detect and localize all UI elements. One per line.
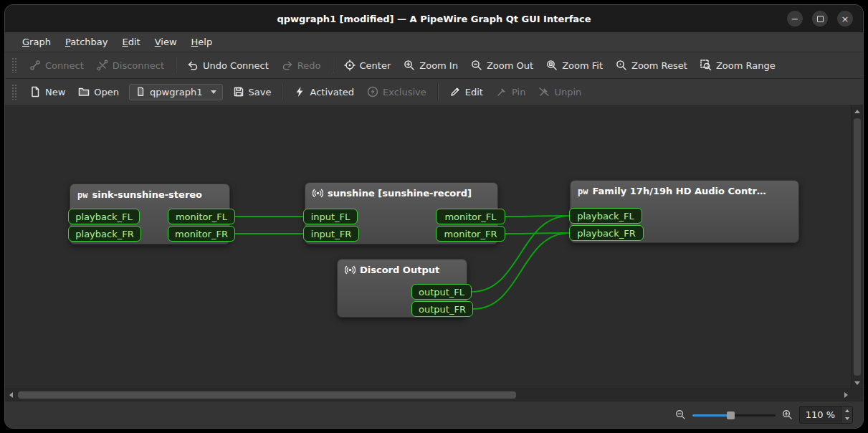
toolbar-separator <box>332 57 333 73</box>
menu-patchbay[interactable]: Patchbay <box>58 33 115 51</box>
graph-canvas[interactable]: pw sink-sunshine-stereo playback_FL play… <box>5 105 851 389</box>
toolbar-separator <box>282 84 283 100</box>
node-title: sink-sunshine-stereo <box>92 189 202 200</box>
zoom-slider[interactable] <box>692 410 776 420</box>
arrow-up-icon <box>854 110 860 113</box>
port-input-fr[interactable]: input_FR <box>303 226 359 242</box>
scroll-down-button[interactable] <box>852 377 863 389</box>
pipewire-icon: pw <box>77 190 87 200</box>
titlebar[interactable]: qpwgraph1 [modified] — A PipeWire Graph … <box>5 5 863 32</box>
patchbay-toolbar: New Open qpwgraph1 Save <box>5 79 863 105</box>
scroll-left-button[interactable] <box>5 389 16 401</box>
menubar: Graph Patchbay Edit View Help <box>5 32 863 52</box>
horizontal-scroll-thumb[interactable] <box>18 391 516 399</box>
button-label: Zoom Range <box>716 60 776 71</box>
redo-button[interactable]: Redo <box>276 56 327 75</box>
zoom-range-button[interactable]: Zoom Range <box>695 56 781 75</box>
disconnect-button[interactable]: Disconnect <box>91 56 170 75</box>
folder-open-icon <box>78 86 90 97</box>
vertical-scroll-thumb[interactable] <box>854 118 861 376</box>
port-output-fr[interactable]: output_FR <box>411 301 473 317</box>
spin-up-button[interactable] <box>841 406 852 415</box>
button-label: Center <box>360 60 391 71</box>
menu-edit[interactable]: Edit <box>115 33 148 51</box>
open-button[interactable]: Open <box>72 82 125 101</box>
patchbay-file-combobox[interactable]: qpwgraph1 <box>129 84 222 100</box>
center-icon <box>344 60 356 71</box>
arrow-right-icon <box>844 392 848 398</box>
connect-button[interactable]: Connect <box>24 56 90 75</box>
horizontal-scrollbar[interactable] <box>5 389 852 401</box>
pushpin-icon <box>496 86 507 97</box>
port-output-monitor-fr[interactable]: monitor_FR <box>436 226 505 242</box>
close-button[interactable]: × <box>837 11 853 27</box>
node-family-hd-audio-controller[interactable]: pw Family 17h/19h HD Audio Contr… playba… <box>570 180 799 243</box>
port-output-monitor-fl[interactable]: monitor_FL <box>436 209 505 224</box>
zoom-reset-button[interactable]: Zoom Reset <box>610 56 693 75</box>
toolbar-drag-handle[interactable] <box>11 84 17 100</box>
button-label: Zoom Fit <box>562 60 603 71</box>
edit-button[interactable]: Edit <box>444 82 489 101</box>
zoom-in-button[interactable]: Zoom In <box>398 56 464 75</box>
statusbar: 110 % <box>5 401 863 428</box>
arrow-down-icon <box>845 417 849 420</box>
pin-button[interactable]: Pin <box>490 82 531 101</box>
port-input-playback-fl[interactable]: playback_FL <box>569 208 642 224</box>
node-title: sunshine [sunshine-record] <box>328 188 472 199</box>
zoom-out-icon <box>471 60 482 71</box>
exclusive-button[interactable]: Exclusive <box>361 82 432 101</box>
menu-graph[interactable]: Graph <box>15 33 58 51</box>
app-window: qpwgraph1 [modified] — A PipeWire Graph … <box>4 4 864 429</box>
node-discord-output[interactable]: Discord Output output_FL output_FR <box>337 259 467 318</box>
node-sunshine-record[interactable]: sunshine [sunshine-record] input_FL inpu… <box>305 182 498 244</box>
minimize-button[interactable]: − <box>787 11 803 27</box>
vertical-scrollbar[interactable] <box>851 105 863 389</box>
node-title: Family 17h/19h HD Audio Contr… <box>592 186 766 196</box>
port-output-monitor-fr[interactable]: monitor_FR <box>168 226 235 242</box>
port-input-playback-fr[interactable]: playback_FR <box>68 226 141 242</box>
maximize-icon <box>817 16 824 22</box>
zoom-spinbox[interactable]: 110 % <box>799 406 853 424</box>
node-sink-sunshine-stereo[interactable]: pw sink-sunshine-stereo playback_FL play… <box>70 184 230 244</box>
button-label: Zoom In <box>419 60 458 71</box>
node-header: Discord Output <box>338 260 467 280</box>
button-label: Unpin <box>554 87 581 97</box>
port-output-fl[interactable]: output_FL <box>411 284 472 300</box>
zoom-out-button[interactable]: Zoom Out <box>465 56 539 75</box>
zoom-value[interactable]: 110 % <box>800 406 841 423</box>
spin-down-button[interactable] <box>841 415 852 424</box>
port-output-monitor-fl[interactable]: monitor_FL <box>168 209 235 224</box>
button-label: Zoom Out <box>487 60 533 71</box>
undo-connect-button[interactable]: Undo Connect <box>181 56 275 75</box>
port-input-fl[interactable]: input_FL <box>303 209 358 224</box>
node-title: Discord Output <box>360 265 439 275</box>
zoom-slider-handle[interactable] <box>727 411 735 419</box>
toolbar-separator <box>175 57 176 73</box>
unpin-button[interactable]: Unpin <box>533 82 587 101</box>
pushpin-off-icon <box>538 86 550 97</box>
button-label: Save <box>249 87 272 97</box>
node-header: sunshine [sunshine-record] <box>305 183 497 204</box>
scroll-up-button[interactable] <box>852 105 863 117</box>
port-input-playback-fr[interactable]: playback_FR <box>569 225 644 241</box>
menu-view[interactable]: View <box>148 33 184 51</box>
scroll-right-button[interactable] <box>840 389 852 401</box>
zoom-out-indicator[interactable] <box>675 409 686 420</box>
activated-button[interactable]: Activated <box>288 82 360 101</box>
save-button[interactable]: Save <box>227 82 277 101</box>
zoom-fit-button[interactable]: Zoom Fit <box>540 56 609 75</box>
menu-help[interactable]: Help <box>184 33 220 51</box>
node-header: pw sink-sunshine-stereo <box>70 184 229 205</box>
zoom-in-indicator[interactable] <box>782 409 793 420</box>
arrow-down-icon <box>854 381 860 385</box>
arrow-up-icon <box>845 409 849 412</box>
new-button[interactable]: New <box>24 82 71 101</box>
zoom-in-icon <box>404 60 415 71</box>
button-label: Undo Connect <box>203 60 269 71</box>
port-input-playback-fl[interactable]: playback_FL <box>68 209 140 224</box>
center-button[interactable]: Center <box>338 56 397 75</box>
toolbar-drag-handle[interactable] <box>11 57 17 73</box>
button-label: New <box>45 87 65 97</box>
button-label: Disconnect <box>113 60 164 71</box>
maximize-button[interactable] <box>812 11 828 27</box>
